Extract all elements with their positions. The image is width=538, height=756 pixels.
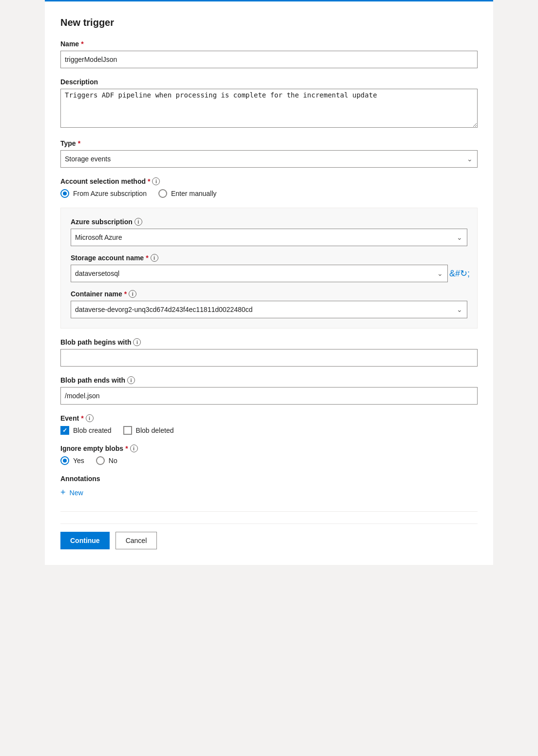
annotations-label: Annotations: [60, 475, 478, 483]
event-required: *: [81, 414, 83, 422]
blob-deleted-checkbox: [123, 426, 132, 435]
azure-subscription-select-wrapper: Microsoft Azure ⌄: [71, 229, 467, 246]
yes-label: Yes: [73, 457, 84, 465]
azure-subscription-sub-section: Azure subscription i Microsoft Azure ⌄ S…: [60, 208, 478, 329]
description-field-group: Description Triggers ADF pipeline when p…: [60, 78, 478, 130]
azure-subscription-field-group: Azure subscription i Microsoft Azure ⌄: [71, 218, 467, 246]
account-selection-field-group: Account selection method * i From Azure …: [60, 177, 478, 198]
blob-path-begins-input[interactable]: [60, 349, 478, 367]
blob-path-ends-info-icon[interactable]: i: [127, 376, 135, 384]
blob-path-ends-field-group: Blob path ends with i: [60, 376, 478, 405]
footer-buttons: Continue Cancel: [60, 523, 478, 549]
ignore-empty-blobs-label: Ignore empty blobs * i: [60, 445, 478, 452]
container-name-select[interactable]: dataverse-devorg2-unq3cd674d243f4ec11811…: [71, 301, 467, 318]
blob-path-begins-field-group: Blob path begins with i: [60, 338, 478, 367]
event-field-group: Event * i Blob created Blob deleted: [60, 414, 478, 435]
from-azure-label: From Azure subscription: [73, 190, 147, 197]
container-name-required: *: [124, 290, 127, 298]
blob-path-begins-label: Blob path begins with i: [60, 338, 478, 346]
yes-radio-circle: [60, 456, 69, 465]
continue-button[interactable]: Continue: [60, 532, 110, 549]
account-selection-info-icon[interactable]: i: [152, 177, 160, 185]
blob-created-option[interactable]: Blob created: [60, 426, 112, 435]
yes-option[interactable]: Yes: [60, 456, 84, 465]
add-new-annotation-button[interactable]: + New: [60, 485, 83, 500]
storage-account-refresh-button[interactable]: &#↻;: [452, 265, 467, 282]
new-trigger-panel: New trigger Name * Description Triggers …: [45, 0, 493, 565]
account-selection-label: Account selection method * i: [60, 177, 478, 185]
blob-created-checkbox: [60, 426, 69, 435]
type-label: Type *: [60, 139, 478, 147]
container-name-label: Container name * i: [71, 290, 467, 298]
container-name-field-group: Container name * i dataverse-devorg2-unq…: [71, 290, 467, 318]
account-selection-required: *: [148, 177, 150, 185]
azure-subscription-select[interactable]: Microsoft Azure: [71, 229, 467, 246]
name-required: *: [81, 40, 83, 48]
cancel-button[interactable]: Cancel: [115, 532, 157, 549]
type-select-wrapper: Storage events Schedule Tumbling window …: [60, 150, 478, 168]
storage-account-label: Storage account name * i: [71, 254, 467, 262]
description-label: Description: [60, 78, 478, 86]
event-label: Event * i: [60, 414, 478, 422]
type-required: *: [78, 139, 80, 147]
enter-manually-radio-circle: [158, 189, 167, 198]
new-annotation-label: New: [70, 489, 83, 497]
container-name-info-icon[interactable]: i: [129, 290, 136, 298]
type-select[interactable]: Storage events Schedule Tumbling window: [60, 150, 478, 168]
from-azure-radio-circle: [60, 189, 69, 198]
event-checkbox-group: Blob created Blob deleted: [60, 426, 478, 435]
storage-account-select[interactable]: dataversetosql: [71, 265, 448, 282]
type-field-group: Type * Storage events Schedule Tumbling …: [60, 139, 478, 168]
ignore-empty-blobs-field-group: Ignore empty blobs * i Yes No: [60, 445, 478, 465]
enter-manually-option[interactable]: Enter manually: [158, 189, 216, 198]
storage-account-select-wrapper: dataversetosql ⌄: [71, 265, 448, 282]
no-radio-circle: [96, 456, 105, 465]
blob-deleted-label: Blob deleted: [136, 426, 174, 434]
description-input[interactable]: Triggers ADF pipeline when processing is…: [60, 89, 478, 128]
panel-title: New trigger: [60, 17, 478, 28]
name-input[interactable]: [60, 51, 478, 68]
blob-path-ends-input[interactable]: [60, 387, 478, 405]
from-azure-subscription-option[interactable]: From Azure subscription: [60, 189, 147, 198]
azure-subscription-info-icon[interactable]: i: [134, 218, 142, 226]
blob-path-begins-info-icon[interactable]: i: [133, 338, 141, 346]
event-info-icon[interactable]: i: [86, 414, 94, 422]
name-label: Name *: [60, 40, 478, 48]
annotations-section: Annotations + New: [60, 475, 478, 500]
storage-account-field-group: Storage account name * i dataversetosql …: [71, 254, 467, 282]
storage-account-info-icon[interactable]: i: [151, 254, 158, 262]
name-field-group: Name *: [60, 40, 478, 68]
blob-deleted-option[interactable]: Blob deleted: [123, 426, 174, 435]
add-icon: +: [60, 487, 66, 498]
no-option[interactable]: No: [96, 456, 117, 465]
no-label: No: [109, 457, 117, 465]
container-name-select-wrapper: dataverse-devorg2-unq3cd674d243f4ec11811…: [71, 301, 467, 318]
ignore-empty-blobs-radio-group: Yes No: [60, 456, 478, 465]
ignore-empty-blobs-info-icon[interactable]: i: [130, 445, 138, 452]
azure-subscription-label: Azure subscription i: [71, 218, 467, 226]
storage-account-select-with-refresh: dataversetosql ⌄ &#↻;: [71, 265, 467, 282]
ignore-empty-blobs-required: *: [125, 445, 128, 452]
blob-path-ends-label: Blob path ends with i: [60, 376, 478, 384]
enter-manually-label: Enter manually: [171, 190, 216, 197]
storage-account-required: *: [146, 254, 148, 262]
blob-created-label: Blob created: [73, 426, 112, 434]
account-selection-radio-group: From Azure subscription Enter manually: [60, 189, 478, 198]
footer-divider: [60, 511, 478, 512]
